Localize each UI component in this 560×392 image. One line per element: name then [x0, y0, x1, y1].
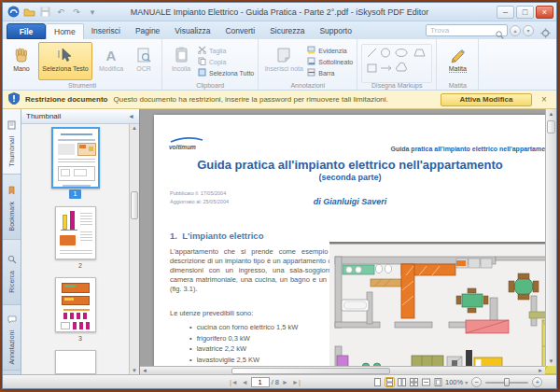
- hand-tool-label: Mano: [13, 65, 30, 72]
- ocr-button[interactable]: OCR: [130, 42, 158, 80]
- view-facing-button[interactable]: [397, 377, 407, 387]
- sidebar-tab-bookmark[interactable]: Bookmark: [3, 175, 21, 240]
- view-continuous-button[interactable]: [385, 377, 395, 387]
- doc-scroll-down-icon[interactable]: ▼: [546, 358, 556, 364]
- strikethrough-button[interactable]: Barra: [307, 68, 353, 77]
- doc-hscroll-thumb[interactable]: [231, 368, 390, 374]
- doc-scroll-thumb[interactable]: [547, 120, 555, 133]
- author-line: di Gianluigi Saveri: [159, 197, 541, 206]
- document-viewer[interactable]: voltimum Guida pratica all'impianto elet…: [140, 109, 556, 374]
- maximize-button[interactable]: □: [516, 6, 534, 19]
- page-thumbnail-2[interactable]: [55, 206, 96, 259]
- doc-scroll-left-icon[interactable]: ◄: [142, 368, 147, 373]
- hand-icon: [13, 46, 30, 64]
- group-annotazioni: Inserisci nota Evidenzia Sottolineato Ba…: [259, 39, 357, 90]
- app-logo-icon[interactable]: [7, 6, 20, 18]
- insert-note-label: Inserisci nota: [265, 65, 303, 72]
- page-navigation: |◄ ◄ / 8 ► ►|: [229, 375, 301, 389]
- tab-converti[interactable]: Converti: [217, 23, 262, 39]
- underline-label: Sottolineato: [318, 59, 353, 65]
- total-pages: / 8: [272, 378, 279, 386]
- document-horizontal-scrollbar[interactable]: ◄ ►: [140, 366, 545, 374]
- view-mode-buttons: [372, 375, 443, 389]
- tab-file[interactable]: File: [7, 23, 46, 39]
- highlight-icon: [307, 46, 315, 55]
- next-page-icon[interactable]: ►: [281, 379, 289, 385]
- save-icon[interactable]: [38, 6, 51, 18]
- fit-page-button[interactable]: [433, 377, 443, 387]
- shape-icons[interactable]: [366, 48, 427, 76]
- strikethrough-icon: [307, 68, 315, 77]
- page-thumbnail-3[interactable]: [55, 277, 96, 332]
- view-single-page-button[interactable]: [372, 377, 383, 387]
- group-label-matita: Matita: [437, 82, 478, 89]
- view-facing-continuous-button[interactable]: [409, 377, 419, 387]
- search-previous-icon[interactable]: ▴: [510, 25, 521, 36]
- zoom-slider-track[interactable]: [485, 382, 528, 384]
- tab-supporto[interactable]: Supporto: [312, 23, 359, 39]
- search-next-icon[interactable]: ▾: [523, 25, 534, 36]
- previous-page-icon[interactable]: ◄: [241, 379, 249, 385]
- insert-note-button[interactable]: Inserisci nota: [262, 42, 305, 80]
- edit-button[interactable]: A Modifica: [94, 42, 128, 80]
- tab-sicurezza[interactable]: Sicurezza: [262, 23, 312, 39]
- panel-scrollbar[interactable]: ▲ ▼: [129, 124, 139, 374]
- document-title: Guida pratica all'impianto elettrico nel…: [159, 158, 541, 172]
- sidebar-tab-thumbnail[interactable]: Thumbnail: [3, 109, 21, 175]
- current-page-input[interactable]: [251, 377, 270, 387]
- document-vertical-scrollbar[interactable]: ▲ ▼: [545, 109, 556, 366]
- minimize-button[interactable]: –: [497, 6, 514, 19]
- tab-pagine[interactable]: Pagine: [128, 23, 167, 39]
- open-file-icon[interactable]: [22, 6, 35, 18]
- zoom-level-dropdown[interactable]: 100% ▾: [445, 378, 468, 386]
- page-thumbnail-1[interactable]: [51, 127, 100, 189]
- help-gear-icon[interactable]: [540, 25, 551, 42]
- sidebar-tab-ricerca[interactable]: Ricerca: [3, 240, 21, 305]
- close-button[interactable]: ×: [536, 6, 553, 19]
- clipboard-icon: [175, 46, 189, 64]
- notification-close-icon[interactable]: ×: [538, 95, 551, 105]
- panel-scroll-down-icon[interactable]: ▼: [130, 368, 139, 373]
- undo-icon[interactable]: ↶: [54, 6, 67, 18]
- zoom-in-button[interactable]: +: [532, 377, 542, 387]
- panel-scroll-thumb[interactable]: [131, 191, 138, 219]
- doc-scroll-right-icon[interactable]: ►: [538, 368, 543, 373]
- select-all-button[interactable]: Seleziona Tutto: [198, 68, 254, 77]
- redo-icon[interactable]: ↷: [70, 6, 83, 18]
- qat-dropdown-icon[interactable]: ▾: [86, 6, 99, 18]
- zoom-slider-handle[interactable]: [504, 378, 510, 386]
- ocr-label: OCR: [136, 65, 151, 72]
- cut-button[interactable]: Taglia: [198, 46, 254, 55]
- document-subtitle: (seconda parte): [159, 173, 541, 182]
- panel-title: Thumbnail: [26, 112, 61, 120]
- group-label-annotazioni: Annotazioni: [259, 82, 357, 89]
- panel-scroll-up-icon[interactable]: ▲: [130, 125, 139, 131]
- first-page-icon[interactable]: |◄: [229, 379, 239, 385]
- markup-shapes-palette: [361, 44, 432, 83]
- select-all-label: Seleziona Tutto: [209, 70, 254, 77]
- select-text-button[interactable]: Seleziona Testo: [38, 42, 92, 80]
- hand-tool-button[interactable]: Mano: [7, 42, 36, 80]
- select-text-label: Seleziona Testo: [42, 65, 88, 72]
- fit-width-button[interactable]: [421, 377, 431, 387]
- sidebar-tab-annotazioni[interactable]: Annotazioni: [3, 305, 21, 371]
- page-thumbnail-4-partial[interactable]: [55, 350, 96, 374]
- panel-collapse-icon[interactable]: ◄: [128, 113, 134, 119]
- pencil-icon: [449, 46, 466, 64]
- copy-button[interactable]: Copia: [198, 57, 254, 66]
- paste-label: Incolla: [172, 65, 190, 72]
- tab-inserisci[interactable]: Inserisci: [84, 23, 128, 39]
- highlight-button[interactable]: Evidenzia: [307, 46, 353, 55]
- search-icon[interactable]: [496, 26, 504, 43]
- paste-button[interactable]: Incolla: [166, 42, 196, 80]
- zoom-out-button[interactable]: −: [471, 377, 482, 387]
- enable-editing-button[interactable]: Attiva Modifica: [441, 93, 532, 106]
- underline-button[interactable]: Sottolineato: [307, 57, 353, 66]
- pencil-button[interactable]: Matita: [441, 42, 474, 80]
- tab-home[interactable]: Home: [46, 23, 84, 39]
- group-clipboard: Incolla Taglia Copia Seleziona Tutto Cli…: [162, 39, 259, 90]
- main-area: Thumbnail Bookmark Ricerca Annotazioni T…: [3, 109, 556, 374]
- tab-visualizza[interactable]: Visualizza: [167, 23, 217, 39]
- last-page-icon[interactable]: ►|: [291, 379, 301, 385]
- doc-scroll-up-icon[interactable]: ▲: [546, 111, 556, 117]
